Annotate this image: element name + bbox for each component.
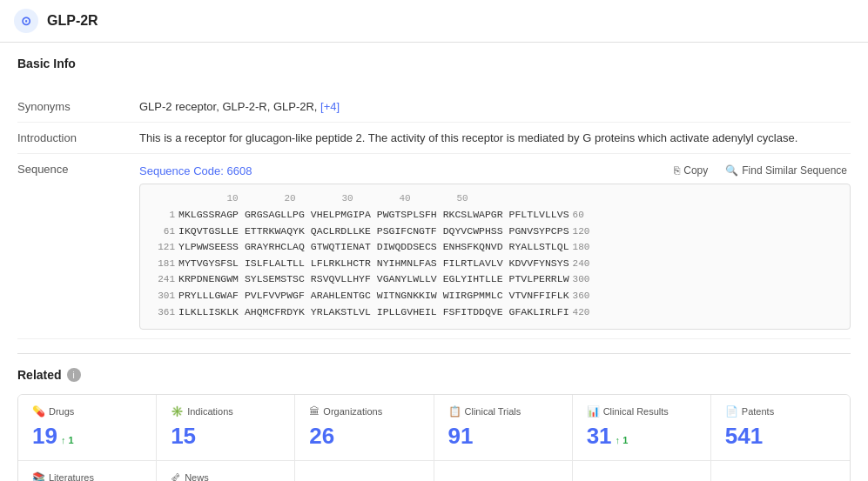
- stat-badge-clinical-results: ↑ 1: [616, 435, 629, 445]
- stat-value-clinical-trials: 91: [448, 423, 558, 450]
- stat-name-clinical-results: Clinical Results: [603, 406, 669, 417]
- stat-card-news[interactable]: 🗞 News 12: [157, 461, 295, 481]
- sequence-actions: ⎘ Copy 🔍 Find Similar Sequence: [670, 163, 851, 178]
- seq-end-num: 360: [573, 291, 590, 301]
- stat-name-literatures: Literatures: [49, 472, 94, 481]
- seq-start-num: 181: [151, 257, 175, 272]
- sequence-header: Sequence Code: 6608 ⎘ Copy 🔍 Find Simila…: [139, 163, 851, 178]
- stat-number-clinical-trials: 91: [448, 423, 474, 450]
- seq-end-num: 240: [573, 258, 590, 269]
- copy-button[interactable]: ⎘ Copy: [670, 163, 711, 178]
- introduction-text: This is a receptor for glucagon-like pep…: [139, 123, 851, 154]
- basic-info-section: Basic Info Synonyms GLP-2 receptor, GLP-…: [17, 57, 851, 339]
- sequence-row: 61IKQVTGSLLE ETTRKWAQYK QACLRDLLKE PSGIF…: [151, 224, 839, 240]
- synonyms-more-link[interactable]: [+4]: [320, 100, 340, 113]
- related-section: Related i 💊 Drugs 19 ↑ 1 ✳️ Indications …: [17, 368, 851, 481]
- basic-info-title: Basic Info: [17, 57, 851, 77]
- stat-icon-organizations: 🏛: [309, 405, 320, 418]
- app-icon: ⊙: [14, 9, 38, 33]
- stat-number-patents: 541: [725, 423, 763, 450]
- sequence-viewer[interactable]: 10 20 30 40 50 1MKLGSSRAGP GRGSAGLLPG VH…: [139, 184, 851, 330]
- sequence-row: 301PRYLLLGWAF PVLFVVPWGF ARAHLENTGC WITN…: [151, 288, 839, 304]
- stat-icon-drugs: 💊: [32, 405, 45, 418]
- sequence-row: 1MKLGSSRAGP GRGSAGLLPG VHELPMGIPA PWGTSP…: [151, 207, 839, 224]
- stat-card-literatures[interactable]: 📚 Literatures 740: [18, 461, 157, 481]
- seq-end-num: 180: [573, 242, 590, 252]
- stat-label-patents: 📄 Patents: [725, 405, 836, 418]
- synonyms-label: Synonyms: [17, 91, 139, 123]
- stat-label-literatures: 📚 Literatures: [32, 471, 142, 481]
- seq-start-num: 61: [151, 224, 175, 240]
- synonyms-value: GLP-2 receptor, GLP-2-R, GLP-2R, [+4]: [139, 91, 851, 123]
- seq-start-num: 121: [151, 240, 175, 256]
- stat-value-clinical-results: 31 ↑ 1: [587, 423, 696, 450]
- stat-card-patents[interactable]: 📄 Patents 541: [711, 395, 850, 460]
- seq-start-num: 1: [151, 208, 175, 224]
- stat-name-clinical-trials: Clinical Trials: [465, 406, 521, 417]
- stat-label-drugs: 💊 Drugs: [32, 405, 142, 418]
- section-divider: [17, 353, 851, 354]
- stat-number-drugs: 19: [32, 423, 57, 450]
- seq-end-num: 300: [573, 274, 590, 284]
- related-info-icon[interactable]: i: [67, 368, 81, 382]
- stat-name-patents: Patents: [742, 406, 774, 417]
- related-header: Related i: [17, 368, 851, 382]
- stat-name-news: News: [185, 472, 209, 481]
- sequence-row: Sequence Sequence Code: 6608 ⎘ Copy 🔍 Fi…: [17, 154, 851, 339]
- stats-wrapper: 💊 Drugs 19 ↑ 1 ✳️ Indications 15 🏛 Organ…: [17, 394, 851, 481]
- stats-row-1: 💊 Drugs 19 ↑ 1 ✳️ Indications 15 🏛 Organ…: [18, 395, 850, 460]
- copy-icon: ⎘: [674, 164, 680, 177]
- introduction-row: Introduction This is a receptor for gluc…: [17, 123, 851, 154]
- sequence-row: 361ILKLLISKLK AHQMCFRDYK YRLAKSTLVL IPLL…: [151, 304, 839, 321]
- stat-icon-indications: ✳️: [171, 405, 184, 418]
- find-similar-icon: 🔍: [725, 164, 738, 177]
- page-title: GLP-2R: [47, 13, 98, 29]
- stat-icon-literatures: 📚: [32, 471, 45, 481]
- stat-card-clinical-trials[interactable]: 📋 Clinical Trials 91: [434, 395, 573, 460]
- seq-end-num: 120: [573, 226, 590, 237]
- stat-value-drugs: 19 ↑ 1: [32, 423, 142, 450]
- stat-icon-clinical-results: 📊: [587, 405, 600, 418]
- seq-end-num: 420: [573, 307, 590, 317]
- seq-start-num: 241: [151, 272, 175, 288]
- stat-number-clinical-results: 31: [587, 423, 612, 450]
- stat-name-drugs: Drugs: [49, 406, 74, 417]
- stat-name-organizations: Organizations: [323, 406, 382, 417]
- find-similar-button[interactable]: 🔍 Find Similar Sequence: [722, 163, 851, 178]
- stat-card-organizations[interactable]: 🏛 Organizations 26: [295, 395, 434, 460]
- stat-icon-patents: 📄: [725, 405, 738, 418]
- synonyms-row: Synonyms GLP-2 receptor, GLP-2-R, GLP-2R…: [17, 91, 851, 123]
- sequence-ruler: 10 20 30 40 50: [151, 193, 839, 204]
- stat-label-clinical-trials: 📋 Clinical Trials: [448, 405, 558, 418]
- synonyms-text: GLP-2 receptor, GLP-2-R, GLP-2R,: [139, 100, 320, 113]
- stat-card-empty1: [295, 461, 434, 481]
- find-similar-label: Find Similar Sequence: [742, 164, 847, 177]
- stat-icon-news: 🗞: [171, 471, 181, 481]
- stat-value-organizations: 26: [309, 423, 419, 450]
- sequence-row: 121YLPWWSEESS GRAYRHCLAQ GTWQTIENAT DIWQ…: [151, 239, 839, 256]
- stat-card-drugs[interactable]: 💊 Drugs 19 ↑ 1: [18, 395, 157, 460]
- sequence-label: Sequence: [17, 154, 139, 339]
- sequence-code-link[interactable]: Sequence Code: 6608: [139, 164, 252, 177]
- stat-label-indications: ✳️ Indications: [171, 405, 280, 418]
- stat-name-indications: Indications: [187, 406, 233, 417]
- seq-end-num: 60: [573, 210, 584, 220]
- sequence-row: 181MYTVGYSFSL ISLFLALTLL LFLRKLHCTR NYIH…: [151, 256, 839, 272]
- stat-label-organizations: 🏛 Organizations: [309, 405, 419, 418]
- stats-row-2: 📚 Literatures 740 🗞 News 12: [18, 460, 850, 481]
- stat-value-indications: 15: [171, 423, 280, 450]
- stat-card-empty3: [573, 461, 711, 481]
- stat-badge-drugs: ↑ 1: [61, 435, 74, 445]
- stat-label-news: 🗞 News: [171, 471, 280, 481]
- stat-label-clinical-results: 📊 Clinical Results: [587, 405, 696, 418]
- seq-start-num: 301: [151, 289, 175, 304]
- stat-icon-clinical-trials: 📋: [448, 405, 461, 418]
- sequence-rows: 1MKLGSSRAGP GRGSAGLLPG VHELPMGIPA PWGTSP…: [151, 207, 839, 320]
- seq-start-num: 361: [151, 305, 175, 321]
- stat-value-patents: 541: [725, 423, 836, 450]
- sequence-content: Sequence Code: 6608 ⎘ Copy 🔍 Find Simila…: [139, 154, 851, 339]
- stat-card-indications[interactable]: ✳️ Indications 15: [157, 395, 295, 460]
- stat-card-empty2: [434, 461, 573, 481]
- stat-card-clinical-results[interactable]: 📊 Clinical Results 31 ↑ 1: [573, 395, 711, 460]
- sequence-row: 241KRPDNENGWM SYLSEMSTSC RSVQVLLHYF VGAN…: [151, 271, 839, 288]
